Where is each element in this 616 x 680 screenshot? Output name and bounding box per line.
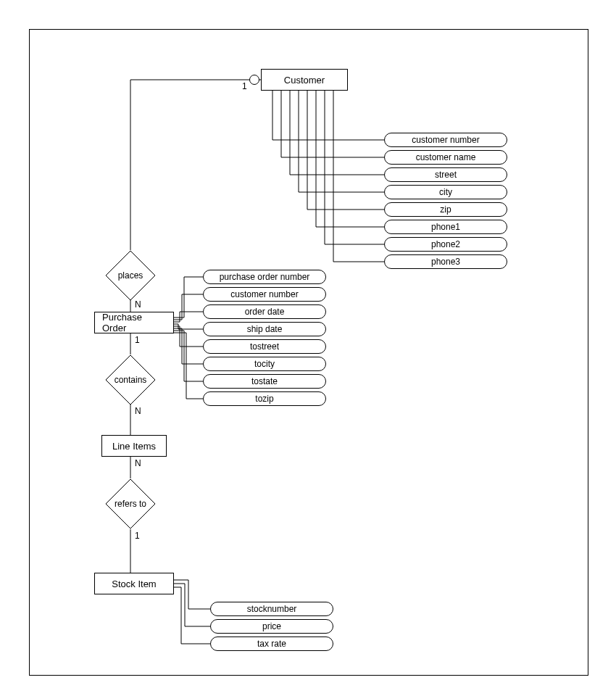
attr-po-tostate: tostate <box>203 374 326 389</box>
attr-stock-price: price <box>210 619 333 634</box>
attr-po-tozip: tozip <box>203 391 326 406</box>
cardinality-po-contains-1: 1 <box>135 335 140 345</box>
cardinality-li-refers-n: N <box>135 458 141 468</box>
attr-customer-phone2: phone2 <box>384 237 507 252</box>
cardinality-places-n: N <box>135 299 141 310</box>
attr-customer-name: customer name <box>384 150 507 165</box>
attr-customer-city: city <box>384 185 507 199</box>
attr-po-tostreet: tostreet <box>203 339 326 354</box>
entity-customer-label: Customer <box>284 75 325 86</box>
attr-po-number: purchase order number <box>203 270 326 284</box>
er-diagram-canvas: Customer 1 customer number customer name… <box>0 0 616 680</box>
attr-po-ship-date: ship date <box>203 322 326 336</box>
attr-po-order-date: order date <box>203 304 326 319</box>
relationship-refers-to: refers to <box>105 478 156 529</box>
cardinality-contains-n: N <box>135 406 141 416</box>
attr-customer-street: street <box>384 167 507 182</box>
attr-customer-phone3: phone3 <box>384 254 507 269</box>
attr-stock-number: stocknumber <box>210 602 333 616</box>
entity-stock-item-label: Stock Item <box>112 579 156 589</box>
attr-stock-taxrate: tax rate <box>210 637 333 651</box>
entity-line-items: Line Items <box>101 435 167 457</box>
entity-line-items-label: Line Items <box>112 441 156 452</box>
attr-customer-number: customer number <box>384 133 507 147</box>
attr-customer-phone1: phone1 <box>384 220 507 234</box>
cardinality-refers-1: 1 <box>135 531 140 541</box>
attr-po-customer-number: customer number <box>203 287 326 302</box>
attr-po-tocity: tocity <box>203 357 326 371</box>
relationship-contains-label: contains <box>105 354 156 405</box>
entity-purchase-order-label: Purchase Order <box>102 312 166 333</box>
relationship-places: places <box>105 250 156 301</box>
cardinality-customer-places: 1 <box>242 81 247 91</box>
entity-purchase-order: Purchase Order <box>94 312 174 333</box>
relationship-refers-to-label: refers to <box>105 478 156 529</box>
relationship-contains: contains <box>105 354 156 405</box>
attr-customer-zip: zip <box>384 202 507 217</box>
entity-customer: Customer <box>261 69 348 91</box>
relationship-places-label: places <box>105 250 156 301</box>
entity-stock-item: Stock Item <box>94 573 174 594</box>
partial-participation-indicator <box>249 75 259 85</box>
